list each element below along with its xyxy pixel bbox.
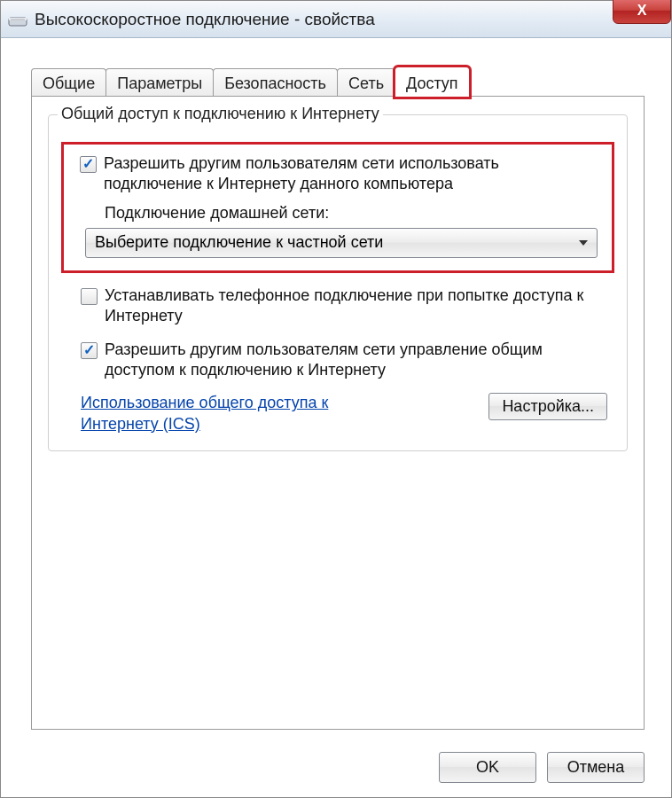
ics-help-link[interactable]: Использование общего доступа к Интернету…: [81, 393, 373, 434]
close-icon: X: [637, 3, 647, 19]
home-network-label: Подключение домашней сети:: [105, 204, 601, 223]
svg-rect-1: [9, 18, 27, 20]
tab-access[interactable]: Доступ: [395, 66, 470, 98]
tab-panel-access: Общий доступ к подключению к Интернету Р…: [31, 96, 645, 730]
home-network-combo[interactable]: Выберите подключение к частной сети: [85, 228, 598, 258]
checkbox-allow-control-label: Разрешить другим пользователям сети упра…: [105, 340, 614, 381]
client-area: Общие Параметры Безопасность Сеть Доступ…: [1, 38, 671, 797]
modem-icon: [8, 12, 27, 27]
properties-dialog: Высокоскоростное подключение - свойства …: [0, 0, 672, 798]
checkbox-dial-on-demand-row: Устанавливать телефонное подключение при…: [81, 286, 614, 327]
checkbox-allow-sharing-label: Разрешить другим пользователям сети испо…: [104, 153, 601, 195]
checkbox-dial-on-demand-label: Устанавливать телефонное подключение при…: [105, 286, 614, 327]
window-title: Высокоскоростное подключение - свойства: [35, 10, 375, 29]
tab-strip: Общие Параметры Безопасность Сеть Доступ: [31, 66, 645, 97]
tab-security[interactable]: Безопасность: [213, 68, 338, 97]
settings-button[interactable]: Настройка...: [488, 393, 607, 420]
tab-parameters[interactable]: Параметры: [105, 68, 214, 97]
checkbox-allow-control-row: Разрешить другим пользователям сети упра…: [81, 340, 614, 381]
close-button[interactable]: X: [613, 0, 671, 24]
tab-general[interactable]: Общие: [31, 68, 106, 97]
ics-groupbox: Общий доступ к подключению к Интернету Р…: [48, 114, 628, 451]
ok-button[interactable]: OK: [439, 752, 536, 783]
chevron-down-icon: [579, 240, 588, 246]
checkbox-allow-sharing-row: Разрешить другим пользователям сети испо…: [80, 153, 601, 195]
combo-text: Выберите подключение к частной сети: [95, 233, 383, 252]
checkbox-dial-on-demand[interactable]: [81, 288, 98, 305]
titlebar[interactable]: Высокоскоростное подключение - свойства …: [1, 1, 671, 38]
checkbox-allow-control[interactable]: [81, 342, 98, 359]
highlight-allow-sharing: Разрешить другим пользователям сети испо…: [61, 142, 614, 273]
checkbox-allow-sharing[interactable]: [80, 156, 97, 173]
tab-network[interactable]: Сеть: [337, 68, 395, 97]
groupbox-label: Общий доступ к подключению к Интернету: [58, 105, 383, 123]
cancel-button[interactable]: Отмена: [547, 752, 645, 783]
link-settings-row: Использование общего доступа к Интернету…: [81, 393, 607, 434]
dialog-footer: OK Отмена: [439, 752, 645, 783]
